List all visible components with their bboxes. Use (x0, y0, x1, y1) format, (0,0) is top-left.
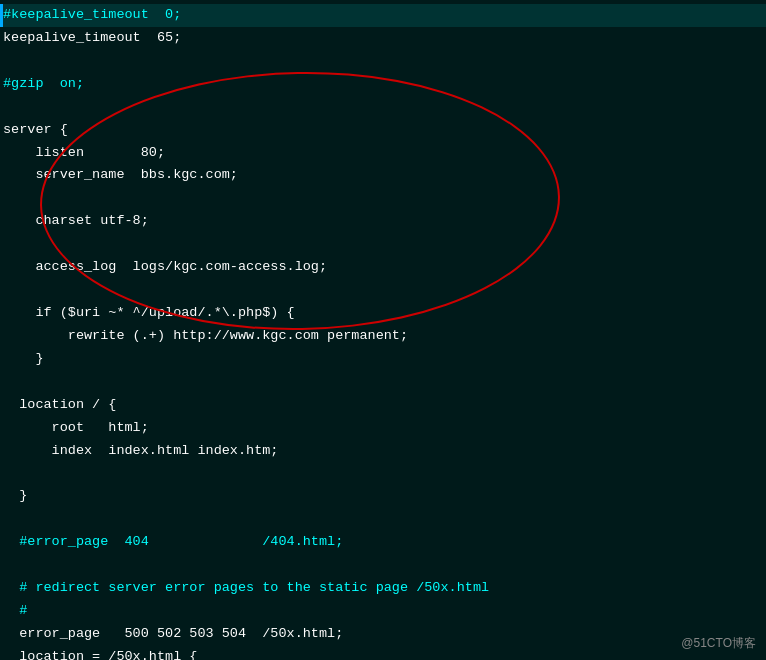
code-line-blank-4 (0, 233, 766, 256)
code-line-18: # (0, 600, 766, 623)
code-line-blank-2 (0, 96, 766, 119)
code-line-6: server_name bbs.kgc.com; (0, 164, 766, 187)
code-text-15: } (3, 486, 27, 507)
code-text-18: # (3, 601, 27, 622)
code-line-7: charset utf-8; (0, 210, 766, 233)
code-line-11: } (0, 348, 766, 371)
code-line-blank-8 (0, 508, 766, 531)
code-line-9: if ($uri ~* ^/upload/.*\.php$) { (0, 302, 766, 325)
code-text-5: listen 80; (3, 143, 165, 164)
code-text-16: #error_page 404 /404.html; (3, 532, 343, 553)
code-text-9: if ($uri ~* ^/upload/.*\.php$) { (3, 303, 295, 324)
code-text-3: #gzip on; (3, 74, 84, 95)
code-line-4: server { (0, 119, 766, 142)
code-line-15: } (0, 485, 766, 508)
code-line-blank-6 (0, 371, 766, 394)
code-text-6: server_name bbs.kgc.com; (3, 165, 238, 186)
code-line-13: root html; (0, 417, 766, 440)
code-text-2: keepalive_timeout 65; (3, 28, 181, 49)
code-text-10: rewrite (.+) http://www.kgc.com permanen… (3, 326, 408, 347)
code-line-blank-7 (0, 462, 766, 485)
code-text-8: access_log logs/kgc.com-access.log; (3, 257, 327, 278)
code-text-7: charset utf-8; (3, 211, 149, 232)
code-text-14: index index.html index.htm; (3, 441, 278, 462)
code-line-5: listen 80; (0, 142, 766, 165)
code-line-10: rewrite (.+) http://www.kgc.com permanen… (0, 325, 766, 348)
code-line-14: index index.html index.htm; (0, 440, 766, 463)
code-line-19: error_page 500 502 503 504 /50x.html; (0, 623, 766, 646)
code-line-16: #error_page 404 /404.html; (0, 531, 766, 554)
watermark: @51CTO博客 (681, 635, 756, 652)
code-text-19: error_page 500 502 503 504 /50x.html; (3, 624, 343, 645)
code-line-12: location / { (0, 394, 766, 417)
code-editor: #keepalive_timeout 0; keepalive_timeout … (0, 0, 766, 660)
code-text-12: location / { (3, 395, 116, 416)
code-line-blank-9 (0, 554, 766, 577)
code-text-1: #keepalive_timeout 0; (3, 5, 181, 26)
code-line-20: location = /50x.html { (0, 646, 766, 660)
code-text-11: } (3, 349, 44, 370)
code-line-17: # redirect server error pages to the sta… (0, 577, 766, 600)
code-line-8: access_log logs/kgc.com-access.log; (0, 256, 766, 279)
code-text-17: # redirect server error pages to the sta… (3, 578, 489, 599)
code-line-3: #gzip on; (0, 73, 766, 96)
code-text-13: root html; (3, 418, 149, 439)
code-text-4: server { (3, 120, 68, 141)
code-line-1: #keepalive_timeout 0; (0, 4, 766, 27)
code-line-blank-3 (0, 187, 766, 210)
code-line-blank-1 (0, 50, 766, 73)
code-line-2: keepalive_timeout 65; (0, 27, 766, 50)
code-text-20: location = /50x.html { (3, 647, 197, 660)
code-line-blank-5 (0, 279, 766, 302)
